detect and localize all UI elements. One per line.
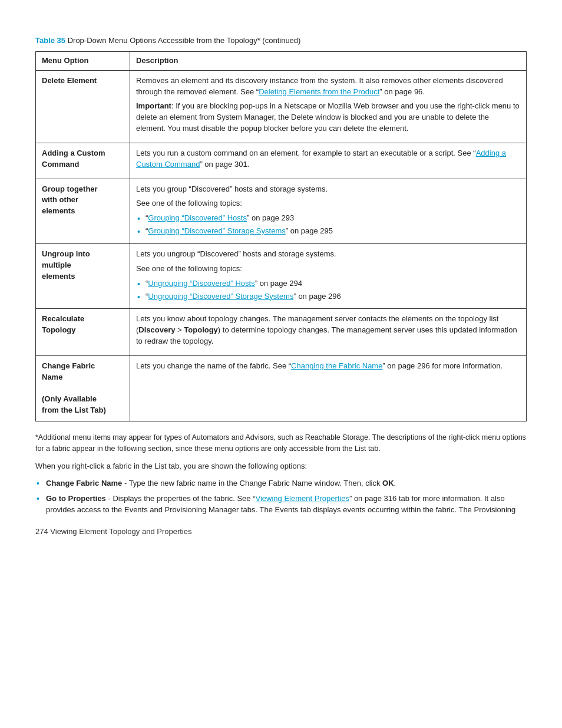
body-text-intro: When you right-click a fabric in the Lis… [35,460,527,472]
list-item: “Ungrouping “Discovered” Storage Systems… [136,291,520,302]
link-grouping-storage[interactable]: Grouping “Discovered” Storage Systems [148,226,285,235]
bullets-ungroup: “Ungrouping “Discovered” Hosts” on page … [136,278,520,302]
link-viewing-element-properties[interactable]: Viewing Element Properties [255,494,349,503]
table-caption: Table 35 Drop-Down Menu Options Accessib… [35,35,527,47]
description-ungroup: Lets you ungroup “Discovered” hosts and … [130,243,527,308]
table-row: Delete Element Removes an element and it… [36,70,527,143]
list-item: “Grouping “Discovered” Storage Systems” … [136,226,520,237]
link-adding-custom-command[interactable]: Adding a Custom Command [136,149,506,169]
desc-text: Lets you ungroup “Discovered” hosts and … [136,249,520,260]
description-change-fabric: Lets you change the name of the fabric. … [130,355,527,421]
bullets-group: “Grouping “Discovered” Hosts” on page 29… [136,213,520,237]
table-row: Adding a CustomCommand Lets you run a cu… [36,143,527,179]
menu-option-group-together: Group togetherwith otherelements [36,179,130,243]
table-label: Table 35 [35,36,65,45]
bullet-bold-change-fabric: Change Fabric Name [46,479,122,487]
desc-text: Lets you run a custom command on an elem… [136,148,520,170]
link-ungrouping-hosts[interactable]: Ungrouping “Discovered” Hosts [148,279,254,288]
menu-option-recalculate: RecalculateTopology [36,309,130,356]
table-row: Change FabricName(Only Availablefrom the… [36,355,527,421]
col-header-description: Description [130,51,527,70]
page-footer: 274 Viewing Element Topology and Propert… [35,526,527,538]
desc-see-topics: See one of the following topics: [136,263,520,275]
table-row: Ungroup intomultipleelements Lets you un… [36,243,527,308]
desc-text: Lets you group “Discovered” hosts and st… [136,184,520,195]
menu-option-ungroup: Ungroup intomultipleelements [36,243,130,308]
desc-text: Removes an element and its discovery ins… [136,75,520,98]
description-delete-element: Removes an element and its discovery ins… [130,70,527,143]
bullet-bold-go-to-properties: Go to Properties [46,494,106,503]
list-item: “Grouping “Discovered” Hosts” on page 29… [136,213,520,224]
table-caption-text: Drop-Down Menu Options Accessible from t… [65,36,300,45]
col-header-menu-option: Menu Option [36,51,130,70]
menu-option-custom-command: Adding a CustomCommand [36,143,130,179]
table-row: RecalculateTopology Lets you know about … [36,309,527,356]
bullet-bold-ok: OK [382,479,394,487]
description-recalculate: Lets you know about topology changes. Th… [130,309,527,356]
list-item-change-fabric: Change Fabric Name - Type the new fabric… [35,477,527,489]
link-grouping-hosts[interactable]: Grouping “Discovered” Hosts [148,213,247,222]
link-deleting-elements[interactable]: Deleting Elements from the Product [259,87,379,96]
description-custom-command: Lets you run a custom command on an elem… [130,143,527,179]
bullets-list: Change Fabric Name - Type the new fabric… [35,477,527,516]
description-group-together: Lets you group “Discovered” hosts and st… [130,179,527,243]
bullets-section: Change Fabric Name - Type the new fabric… [35,477,527,516]
desc-see-topics: See one of the following topics: [136,198,520,209]
list-item: “Ungrouping “Discovered” Hosts” on page … [136,278,520,289]
link-changing-fabric-name[interactable]: Changing the Fabric Name [291,361,382,370]
menu-option-delete-element: Delete Element [36,70,130,143]
link-ungrouping-storage[interactable]: Ungrouping “Discovered” Storage Systems [148,292,293,301]
menu-option-change-fabric: Change FabricName(Only Availablefrom the… [36,355,130,421]
list-item-go-to-properties: Go to Properties - Displays the properti… [35,493,527,516]
footnote: *Additional menu items may appear for ty… [35,432,527,454]
desc-important: Important: If you are blocking pop-ups i… [136,101,520,134]
desc-text: Lets you know about topology changes. Th… [136,314,520,347]
desc-text: Lets you change the name of the fabric. … [136,361,520,372]
table-row: Group togetherwith otherelements Lets yo… [36,179,527,243]
main-table: Menu Option Description Delete Element R… [35,51,527,421]
